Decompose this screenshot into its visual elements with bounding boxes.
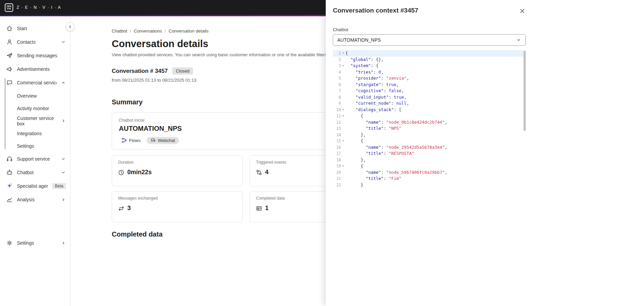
metric-card-messages-exchanged: Messages exchanged 3 <box>112 191 243 222</box>
code-line: 21 "title": "Fim" <box>333 176 526 182</box>
megaphone-icon <box>6 66 13 73</box>
metric-label: Messages exchanged <box>118 196 236 201</box>
logo-text-bottom: VIA <box>7 7 11 10</box>
code-line: 16 "name": "node_29542d5a5678a3e4", <box>333 144 526 151</box>
code-line: 12 "name": "node_0b1c8e424dc2b744", <box>333 119 526 126</box>
flow-icon <box>122 138 127 143</box>
status-badge: Closed <box>172 67 193 75</box>
sidebar-item-customer-service-box[interactable]: Customer service box <box>0 115 70 127</box>
code-line: 18 }, <box>333 157 526 163</box>
exchange-arrows-icon <box>118 205 124 211</box>
flows-chip[interactable]: Flows <box>119 137 143 144</box>
breadcrumb-conversations[interactable]: Conversations <box>134 28 162 34</box>
sidebar-item-label: Advertisements <box>17 66 66 72</box>
zenvia-wordmark: Z · E · N · V · I · A <box>17 5 61 10</box>
metric-value: 4 <box>265 169 269 176</box>
sidebar-item-integrations[interactable]: Integrations <box>0 127 70 140</box>
chevron-down-icon <box>61 156 66 162</box>
sidebar-collapse-button[interactable] <box>66 22 74 31</box>
sidebar-item-chatbot[interactable]: Chatbot <box>0 166 70 179</box>
sidebar: Start Contacts Sending messages Advertis… <box>0 16 70 306</box>
close-icon[interactable] <box>518 7 526 15</box>
chatbot-select-label: Chatbot <box>333 27 526 32</box>
code-line: 11▾ { <box>333 113 526 119</box>
zenvia-logo-icon[interactable]: ZEN VIA <box>5 3 13 12</box>
metric-value: 3 <box>127 205 131 212</box>
code-line: 14 }, <box>333 132 526 138</box>
sparkle-icon <box>6 183 13 189</box>
chevron-right-icon <box>61 197 66 202</box>
editor-scrollbar-thumb[interactable] <box>523 51 526 131</box>
breadcrumb-chatbot[interactable]: Chatbot <box>112 28 127 34</box>
chart-icon <box>6 196 13 203</box>
bot-icon <box>6 169 13 176</box>
conversation-heading: Conversation # 3457 <box>112 68 168 75</box>
sidebar-item-label: Specialist agents <box>17 183 48 189</box>
code-line: 15▾ { <box>333 138 526 144</box>
sidebar-item-label: Settings <box>17 240 57 246</box>
breadcrumb-current: Conversation details <box>169 28 209 34</box>
sidebar-item-settings-sub[interactable]: Settings <box>0 140 70 152</box>
metric-card-duration: Duration 0min22s <box>112 155 243 186</box>
chevron-down-icon <box>61 39 66 45</box>
sidebar-item-label: Contacts <box>17 39 57 45</box>
code-line: 1▾{ <box>333 50 526 57</box>
code-line: 10▾ "dialogs_stack": [ <box>333 107 526 113</box>
sidebar-item-sending-messages[interactable]: Sending messages <box>0 49 70 62</box>
send-icon <box>6 52 13 59</box>
triggered-events-icon <box>256 169 262 176</box>
sidebar-item-contacts[interactable]: Contacts <box>0 35 70 49</box>
sidebar-item-label: Analysis <box>17 197 57 202</box>
chevron-down-icon <box>61 170 66 175</box>
sidebar-item-overview[interactable]: Overview <box>0 89 70 102</box>
conversation-context-drawer: Conversation context #3457 Chatbot AUTOM… <box>326 0 644 306</box>
code-line: 8 "valid_input": true, <box>333 94 526 101</box>
headset-icon <box>6 156 13 162</box>
chevron-up-icon <box>61 80 66 85</box>
sidebar-subitem-label: Customer service box <box>17 116 61 126</box>
sidebar-group-commercial-service: Commercial service Overview Activity mon… <box>0 76 70 152</box>
code-line: 7 "cognitive": false, <box>333 88 526 94</box>
sidebar-item-start[interactable]: Start <box>0 22 70 35</box>
sidebar-item-settings[interactable]: Settings <box>0 236 70 250</box>
contacts-icon <box>6 39 13 45</box>
code-line: 17 "title": "RESPOSTA" <box>333 150 526 157</box>
code-line: 9 "current_node": null, <box>333 100 526 107</box>
contact-card-icon <box>256 205 262 211</box>
sidebar-subitem-label: Settings <box>17 143 66 149</box>
gear-icon <box>6 240 13 246</box>
code-line: 3▾ "system": { <box>333 63 526 69</box>
chevron-right-icon <box>61 118 66 123</box>
metric-value: 0min22s <box>127 169 152 176</box>
breadcrumb-separator: / <box>130 28 131 34</box>
code-line: 2 "global": {}, <box>333 57 526 63</box>
code-lines: 1▾{2 "global": {},3▾ "system": {4 "tries… <box>333 50 526 188</box>
chatbot-select[interactable]: AUTOMATION_NPS <box>333 34 526 46</box>
webchat-chip: Webchat <box>147 137 179 144</box>
json-code-editor[interactable]: 1▾{2 "global": {},3▾ "system": {4 "tries… <box>333 50 526 188</box>
beta-badge: Beta <box>52 183 66 189</box>
sidebar-item-analysis[interactable]: Analysis <box>0 193 70 206</box>
chevron-down-icon <box>516 37 521 43</box>
flows-chip-label: Flows <box>129 138 141 143</box>
code-line: 13 "title": "NPS" <box>333 125 526 132</box>
code-line: 20 "name": "node_59b7406fc0a29bb7", <box>333 169 526 176</box>
sidebar-item-specialist-agents[interactable]: Specialist agents Beta <box>0 179 70 193</box>
clock-icon <box>118 169 124 176</box>
code-line: 19▾ { <box>333 163 526 169</box>
sidebar-item-label: Commercial service <box>17 80 57 85</box>
sidebar-subitem-label: Overview <box>17 93 66 99</box>
sidebar-item-commercial-service[interactable]: Commercial service <box>0 76 70 89</box>
sidebar-item-label: Chatbot <box>17 170 57 175</box>
sidebar-item-label: Sending messages <box>17 53 66 58</box>
chat-bubble-icon <box>6 79 13 86</box>
code-line: 4 "tries": 0, <box>333 69 526 76</box>
logo-text-top: ZEN <box>6 5 12 7</box>
sidebar-item-label: Start <box>17 26 66 31</box>
webchat-chip-label: Webchat <box>158 138 175 143</box>
sidebar-item-support-service[interactable]: Support service <box>0 152 70 166</box>
sidebar-item-activity-monitor[interactable]: Activity monitor <box>0 102 70 115</box>
sidebar-item-advertisements[interactable]: Advertisements <box>0 62 70 76</box>
code-line: 6 "stargate": true, <box>333 82 526 88</box>
chatbot-select-value: AUTOMATION_NPS <box>337 37 381 43</box>
